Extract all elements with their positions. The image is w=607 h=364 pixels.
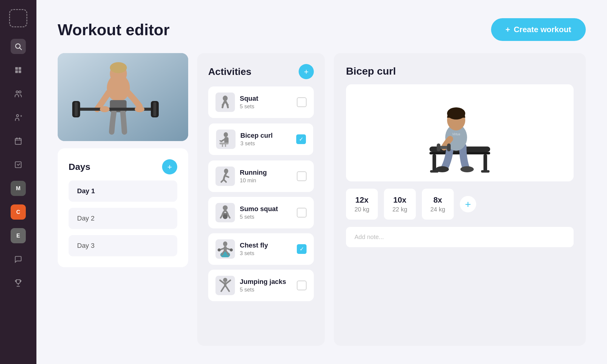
svg-rect-4 [15,70,18,73]
svg-rect-25 [75,102,78,116]
activity-sets-running: 10 min [240,177,292,184]
left-panel: Days + Day 1 Day 2 Day 3 [58,53,188,346]
activity-name-chest-fly: Chest fly [240,241,292,249]
activity-checkbox-squat[interactable] [297,97,307,107]
set-reps-1: 12x [354,195,369,205]
svg-rect-5 [19,70,21,73]
add-set-button[interactable]: + [460,196,476,212]
add-day-button[interactable]: + [162,159,177,174]
sidebar-item-dashboard[interactable] [11,62,26,78]
detail-title: Bicep curl [346,65,574,77]
svg-point-54 [436,166,449,172]
day-item-2[interactable]: Day 2 [69,208,177,229]
activity-checkbox-sumo-squat[interactable] [297,208,307,217]
days-header: Days + [69,159,177,174]
day-item-3[interactable]: Day 3 [69,235,177,256]
detail-panel: Bicep curl [334,53,586,346]
note-area[interactable]: Add note... [346,227,574,247]
day-item-1[interactable]: Day 1 [69,180,177,202]
svg-point-45 [223,278,227,282]
svg-point-40 [223,241,227,246]
svg-rect-51 [483,154,487,171]
content-area: Days + Day 1 Day 2 Day 3 Activities + [58,53,586,346]
activity-name-running: Running [240,169,292,177]
activities-panel: Activities + Squat 5 sets [197,53,325,346]
days-title: Days [69,162,90,172]
activity-card-squat[interactable]: Squat 5 sets [208,86,314,118]
page-title: Workout editor [58,21,170,39]
sidebar-item-tasks[interactable] [11,157,26,172]
activity-name-squat: Squat [240,95,292,103]
svg-rect-14 [15,162,21,168]
activity-avatar-squat [215,93,235,112]
activity-checkbox-chest-fly[interactable]: ✓ [297,244,307,254]
activity-avatar-bicep-curl [216,130,236,149]
activity-sets-jumping-jacks: 5 sets [240,287,292,293]
activity-avatar-jumping-jacks [215,276,235,295]
activity-checkbox-bicep-curl[interactable]: ✓ [296,134,306,144]
activity-sets-sumo-squat: 5 sets [240,214,292,220]
svg-point-8 [16,115,19,117]
set-item-1: 12x 20 kg [346,189,378,220]
sidebar-item-trophy[interactable] [11,275,26,291]
sidebar-item-search[interactable] [11,39,26,54]
activity-checkbox-jumping-jacks[interactable] [297,281,307,290]
svg-rect-10 [15,138,21,144]
create-workout-button[interactable]: + Create workout [491,18,586,41]
header: Workout editor + Create workout [58,18,586,41]
set-weight-2: 22 kg [392,206,407,213]
activity-info-jumping-jacks: Jumping jacks 5 sets [240,278,292,293]
activity-info-running: Running 10 min [240,169,292,184]
activity-info-squat: Squat 5 sets [240,95,292,110]
sidebar-item-starred[interactable] [11,110,26,125]
add-activity-button[interactable]: + [299,64,314,79]
activity-card-bicep-curl[interactable]: Bicep curl 3 sets ✓ [208,123,314,156]
activity-card-sumo-squat[interactable]: Sumo squat 5 sets [208,197,314,228]
svg-marker-9 [20,115,22,117]
activity-card-jumping-jacks[interactable]: Jumping jacks 5 sets [208,270,314,301]
svg-point-20 [110,62,127,73]
activity-info-chest-fly: Chest fly 3 sets [240,241,292,257]
svg-rect-23 [73,108,158,111]
svg-rect-35 [225,144,226,147]
days-panel: Days + Day 1 Day 2 Day 3 [58,148,188,267]
set-item-3: 8x 24 kg [422,189,454,220]
set-weight-3: 24 kg [430,206,445,213]
sidebar-item-chat[interactable] [11,252,26,267]
activity-avatar-chest-fly [215,239,235,259]
svg-line-1 [20,48,22,50]
create-button-label: Create workout [514,25,571,34]
svg-rect-34 [222,144,223,147]
activity-avatar-sumo-squat [215,203,235,222]
svg-rect-53 [481,170,490,173]
svg-point-31 [224,132,228,137]
svg-text:Virtua: Virtua [452,133,460,136]
activity-card-running[interactable]: Running 10 min [208,160,314,192]
activity-sets-squat: 5 sets [240,103,292,110]
svg-point-6 [16,91,18,93]
sidebar-item-team[interactable] [11,86,26,101]
avatar-m[interactable]: M [11,181,26,196]
avatar-c[interactable]: C [11,204,26,220]
activities-header: Activities + [208,64,314,79]
svg-rect-33 [219,143,229,144]
set-reps-2: 10x [392,195,407,205]
svg-point-42 [218,248,221,251]
activity-info-sumo-squat: Sumo squat 5 sets [240,205,292,220]
svg-rect-21 [116,80,121,86]
avatar-e[interactable]: E [11,228,26,243]
main-content: Workout editor + Create workout [36,0,607,364]
set-weight-1: 20 kg [354,206,369,213]
svg-point-7 [19,91,21,93]
sidebar-item-calendar[interactable] [11,133,26,149]
activity-card-chest-fly[interactable]: Chest fly 3 sets ✓ [208,233,314,265]
detail-image: Virtua [346,84,574,181]
activity-name-bicep-curl: Bicep curl [240,132,291,140]
activities-title: Activities [208,66,251,77]
activity-checkbox-running[interactable] [297,171,307,181]
activity-name-sumo-squat: Sumo squat [240,205,292,213]
svg-rect-62 [447,143,451,151]
activity-name-jumping-jacks: Jumping jacks [240,278,292,286]
svg-rect-3 [19,67,21,70]
svg-rect-50 [432,154,436,171]
